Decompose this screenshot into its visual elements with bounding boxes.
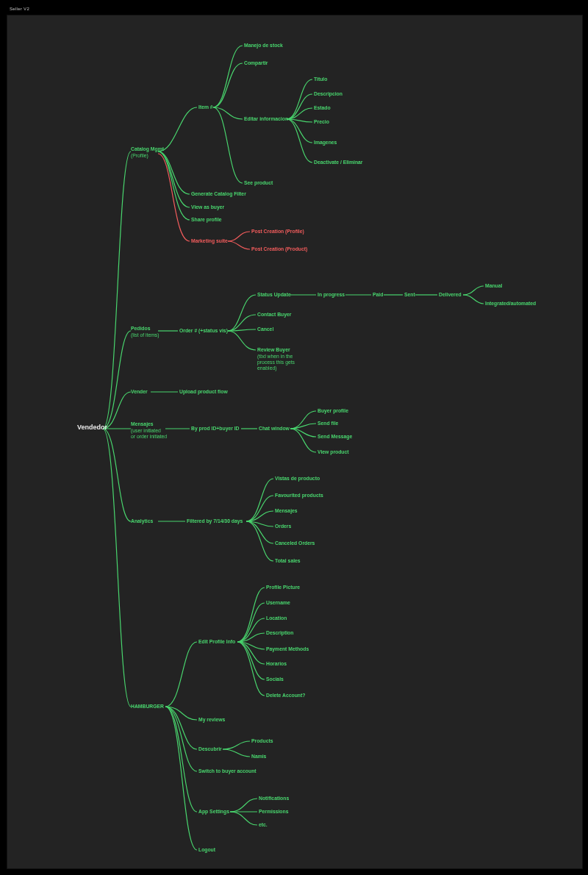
node-hamburger[interactable]: HAMBURGER — [131, 704, 164, 709]
node-contact-buyer[interactable]: Contact Buyer — [257, 312, 291, 317]
node-editar[interactable]: Editar informacion — [244, 116, 288, 121]
node-orders-analytic[interactable]: Orders — [275, 524, 291, 529]
node-permissions[interactable]: Permissions — [259, 809, 288, 814]
node-socials[interactable]: Socials — [266, 676, 284, 682]
node-cancel-orders[interactable]: Canceled Orders — [275, 540, 315, 546]
node-msgs-analytic[interactable]: Mensajes — [275, 508, 298, 513]
node-pedidos-sub: (list of items) — [131, 332, 159, 338]
node-fav[interactable]: Favourited products — [275, 493, 323, 498]
node-imagenes[interactable]: Imagenes — [314, 140, 337, 145]
node-logout[interactable]: Logout — [198, 847, 215, 852]
node-send-msg[interactable]: Send Message — [318, 434, 352, 439]
node-upload-flow[interactable]: Upload product flow — [179, 389, 228, 394]
node-inprogress[interactable]: In progress — [318, 292, 345, 297]
node-namis[interactable]: Namis — [251, 754, 266, 759]
node-byid[interactable]: By prod ID+buyer ID — [191, 426, 240, 431]
node-catalog[interactable]: Catalog Mgmt — [131, 146, 164, 151]
node-titulo[interactable]: Titulo — [314, 76, 327, 82]
mindmap-canvas: { "title": "Seller V2", "root": "Vendedo… — [7, 15, 583, 869]
node-vistas[interactable]: Vistas de producto — [275, 476, 320, 481]
node-products[interactable]: Products — [251, 738, 273, 743]
node-mensajes-sub1: (user initiated — [131, 428, 161, 433]
node-gen-filter[interactable]: Generate Catalog Filter — [191, 191, 246, 196]
node-marketing[interactable]: Marketing suite — [191, 238, 228, 243]
node-view-product[interactable]: View product — [318, 449, 349, 454]
node-precio[interactable]: Precio — [314, 119, 329, 124]
node-buyer-profile[interactable]: Buyer profile — [318, 408, 348, 413]
node-manual[interactable]: Manual — [485, 283, 502, 288]
node-notifications[interactable]: Notifications — [259, 796, 289, 801]
node-app-settings[interactable]: App Settings — [198, 809, 229, 814]
node-sent[interactable]: Sent — [404, 292, 415, 297]
node-pedidos[interactable]: Pedidos — [131, 326, 150, 331]
node-review-sub3: enabled) — [257, 365, 276, 371]
node-descubrir[interactable]: Descubrir — [198, 746, 222, 751]
node-delivered[interactable]: Delivered — [439, 292, 462, 297]
node-compartir[interactable]: Compartir — [244, 60, 268, 65]
node-cancel[interactable]: Cancel — [257, 326, 273, 332]
node-mensajes-sub2: or order initiated — [131, 434, 167, 439]
node-etc[interactable]: etc. — [259, 822, 268, 827]
node-chat-window[interactable]: Chat window — [259, 426, 290, 431]
node-status-update[interactable]: Status Update — [257, 292, 291, 297]
node-post-product[interactable]: Post Creation (Product) — [251, 246, 307, 251]
node-total-sales[interactable]: Total sales — [275, 558, 301, 563]
node-view-buyer[interactable]: View as buyer — [191, 204, 224, 210]
node-estado[interactable]: Estado — [314, 105, 331, 110]
node-review-buyer[interactable]: Review Buyer — [257, 347, 290, 352]
node-review-sub2: process this gets — [257, 360, 295, 365]
node-send-file[interactable]: Send file — [318, 421, 338, 426]
node-edit-profile[interactable]: Edit Profile Info — [198, 639, 235, 644]
node-post-profile[interactable]: Post Creation (Profile) — [251, 229, 304, 234]
node-vender[interactable]: Vender — [131, 389, 148, 394]
node-paid[interactable]: Paid — [373, 292, 383, 297]
node-review-sub1: (tbd when in the — [257, 354, 293, 359]
node-catalog-sub: (Profile) — [131, 153, 148, 158]
connector-layer — [7, 15, 582, 868]
node-payment[interactable]: Payment Methods — [266, 646, 309, 651]
node-root[interactable]: Vendedor — [77, 424, 107, 432]
node-horarios[interactable]: Horarios — [266, 661, 287, 666]
node-location[interactable]: Location — [266, 615, 287, 621]
doc-title: Seller V2 — [10, 7, 29, 11]
node-switch-buyer[interactable]: Switch to buyer account — [198, 768, 257, 774]
node-mensajes[interactable]: Mensajes — [131, 421, 154, 426]
node-username[interactable]: Username — [266, 600, 290, 605]
node-see-product[interactable]: See product — [244, 180, 273, 185]
node-item[interactable]: Item # — [198, 104, 213, 110]
node-share-profile[interactable]: Share profile — [191, 217, 222, 222]
node-analytics[interactable]: Analytics — [131, 518, 153, 524]
node-delete-acct[interactable]: Delete Account? — [266, 693, 305, 698]
node-desc[interactable]: Description — [266, 630, 293, 635]
node-stock[interactable]: Manejo de stock — [244, 43, 283, 48]
node-auto[interactable]: Integrated/automated — [485, 301, 536, 306]
node-order[interactable]: Order # (+status vis) — [179, 328, 228, 333]
node-profile-pic[interactable]: Profile Picture — [266, 585, 300, 590]
node-reviews[interactable]: My reviews — [198, 717, 225, 722]
node-filter-days[interactable]: Filtered by 7/14/30 days — [187, 518, 243, 524]
node-deactivate[interactable]: Deactivate / Eliminar — [314, 160, 363, 165]
node-descripcion[interactable]: Descripcion — [314, 91, 343, 96]
